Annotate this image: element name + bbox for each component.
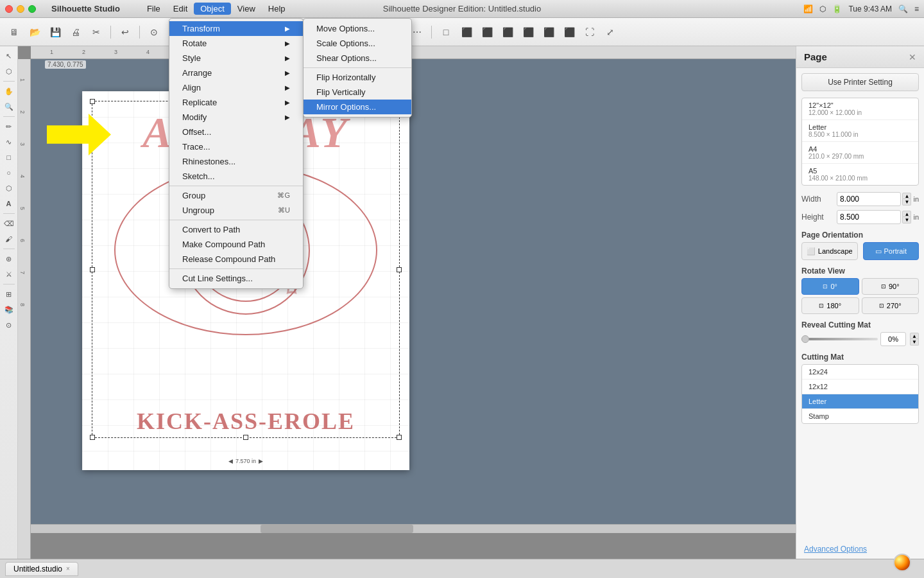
minimize-button[interactable]: [17, 5, 24, 13]
mat-stamp[interactable]: Stamp: [802, 409, 918, 423]
rotate-270[interactable]: ⊡ 270°: [862, 297, 920, 314]
height-down[interactable]: ▼: [902, 217, 911, 223]
tool-select[interactable]: ↖: [2, 49, 16, 63]
tool-lib[interactable]: 📚: [2, 302, 16, 317]
width-down[interactable]: ▼: [902, 199, 911, 206]
menu-edit[interactable]: Edit: [167, 3, 194, 15]
toolbar-b1[interactable]: ⊙: [145, 23, 163, 41]
toolbar-save[interactable]: 💾: [46, 23, 64, 41]
menu-item-rhinestones[interactable]: Rhinestones...: [169, 154, 303, 169]
handle-bottom-right[interactable]: [397, 435, 402, 440]
menu-object[interactable]: Object: [194, 3, 231, 15]
toolbar-d6[interactable]: ⬛: [540, 23, 558, 41]
rotate-180[interactable]: ⊡ 180°: [801, 297, 859, 314]
height-input[interactable]: 8.500: [837, 210, 901, 224]
size-a5[interactable]: A5 148.00 × 210.00 mm: [802, 164, 918, 185]
submenu-mirror-options[interactable]: Mirror Options...: [304, 100, 411, 114]
tool-layers[interactable]: ⊞: [2, 287, 16, 301]
menu-item-rotate[interactable]: Rotate▶: [169, 36, 303, 51]
rotate-0[interactable]: ⊡ 0°: [801, 278, 859, 295]
menu-file[interactable]: File: [141, 3, 167, 15]
portrait-button[interactable]: ▭ Portrait: [863, 242, 920, 260]
menu-item-group[interactable]: Group⌘G: [169, 188, 303, 203]
toolbar-zoom-full[interactable]: ⤢: [601, 23, 619, 41]
menu-item-align[interactable]: Align▶: [169, 80, 303, 95]
submenu-move-options[interactable]: Move Options...: [304, 21, 411, 36]
width-input[interactable]: 8.000: [837, 192, 901, 206]
reveal-input[interactable]: 0%: [880, 332, 906, 346]
scrollbar-horizontal[interactable]: [31, 524, 796, 533]
landscape-button[interactable]: ⬜ Landscape: [801, 242, 858, 260]
tool-ellipse[interactable]: ○: [2, 166, 16, 180]
toolbar-open[interactable]: 📂: [26, 23, 44, 41]
maximize-button[interactable]: [28, 5, 36, 13]
reveal-down[interactable]: ▼: [910, 339, 919, 346]
tool-text[interactable]: A: [2, 197, 16, 211]
menu-item-modify[interactable]: Modify▶: [169, 110, 303, 125]
tool-paint[interactable]: 🖌: [2, 232, 16, 246]
tool-node[interactable]: ⬡: [2, 64, 16, 78]
menu-item-cut-line[interactable]: Cut Line Settings...: [169, 271, 303, 286]
tab-untitled[interactable]: Untitled.studio ×: [5, 562, 78, 576]
panel-close-button[interactable]: ✕: [909, 52, 916, 62]
toolbar-d2[interactable]: ⬛: [458, 23, 475, 41]
menu-item-trace[interactable]: Trace...: [169, 139, 303, 154]
size-letter[interactable]: Letter 8.500 × 11.000 in: [802, 120, 918, 142]
menu-item-replicate[interactable]: Replicate▶: [169, 95, 303, 110]
mat-letter[interactable]: Letter: [802, 394, 918, 409]
toolbar-d3[interactable]: ⬛: [478, 23, 496, 41]
tool-more[interactable]: ⊙: [2, 318, 16, 332]
toolbar-d4[interactable]: ⬛: [499, 23, 517, 41]
submenu-scale-options[interactable]: Scale Options...: [304, 36, 411, 51]
menu-item-convert-path[interactable]: Convert to Path: [169, 222, 303, 237]
toolbar-print[interactable]: 🖨: [67, 23, 85, 41]
mat-12x24[interactable]: 12x24: [802, 365, 918, 380]
printer-setting-button[interactable]: Use Printer Setting: [801, 73, 919, 91]
rotate-90[interactable]: ⊡ 90°: [862, 278, 920, 295]
close-button[interactable]: [5, 5, 13, 13]
toolbar-d7[interactable]: ⬛: [560, 23, 578, 41]
menu-view[interactable]: View: [231, 3, 262, 15]
handle-bottom-left[interactable]: [90, 435, 95, 440]
tool-bezier[interactable]: ∿: [2, 135, 16, 149]
handle-bottom-mid[interactable]: [243, 435, 248, 440]
toolbar-undo[interactable]: ↩: [116, 23, 134, 41]
reveal-up[interactable]: ▲: [910, 333, 919, 339]
color-ball[interactable]: [893, 554, 911, 572]
size-a4[interactable]: A4 210.0 × 297.00 mm: [802, 142, 918, 164]
tool-rect[interactable]: □: [2, 150, 16, 164]
tool-draw[interactable]: ✏: [2, 119, 16, 134]
menu-item-transform[interactable]: Transform▶: [169, 21, 303, 36]
tool-warp[interactable]: ⊛: [2, 252, 16, 266]
submenu-flip-v[interactable]: Flip Vertically: [304, 85, 411, 100]
toolbar-d5[interactable]: ⬛: [519, 23, 537, 41]
tab-close-button[interactable]: ×: [66, 565, 70, 572]
canvas-content[interactable]: AME DAY S ⌑ KICK-ASS-EROLE: [31, 59, 796, 533]
width-up[interactable]: ▲: [902, 193, 911, 199]
height-up[interactable]: ▲: [902, 211, 911, 217]
menu-item-arrange[interactable]: Arrange▶: [169, 66, 303, 80]
toolbar-new[interactable]: 🖥: [5, 23, 23, 41]
toolbar-d1[interactable]: □: [437, 23, 455, 41]
menu-item-make-compound[interactable]: Make Compound Path: [169, 237, 303, 252]
menu-item-ungroup[interactable]: Ungroup⌘U: [169, 203, 303, 218]
menu-item-style[interactable]: Style▶: [169, 51, 303, 66]
submenu-shear-options[interactable]: Shear Options...: [304, 51, 411, 66]
tool-poly[interactable]: ⬡: [2, 181, 16, 195]
reveal-thumb[interactable]: [801, 335, 809, 343]
search-icon[interactable]: 🔍: [898, 4, 908, 13]
menu-item-sketch[interactable]: Sketch...: [169, 169, 303, 184]
menu-icon[interactable]: ≡: [914, 4, 919, 13]
menu-item-offset[interactable]: Offset...: [169, 125, 303, 139]
tool-eraser[interactable]: ⌫: [2, 216, 16, 231]
toolbar-zoom-fit[interactable]: ⛶: [581, 23, 599, 41]
size-12x12[interactable]: 12"×12" 12.000 × 12.000 in: [802, 98, 918, 120]
tool-pan[interactable]: ✋: [2, 84, 16, 98]
handle-mid-left[interactable]: [90, 267, 95, 272]
menu-item-release-compound[interactable]: Release Compound Path: [169, 252, 303, 267]
submenu-flip-h[interactable]: Flip Horizontally: [304, 70, 411, 85]
reveal-slider[interactable]: [801, 338, 878, 340]
tool-knife[interactable]: ⚔: [2, 267, 16, 281]
menu-help[interactable]: Help: [262, 3, 292, 15]
toolbar-cut[interactable]: ✂: [87, 23, 105, 41]
